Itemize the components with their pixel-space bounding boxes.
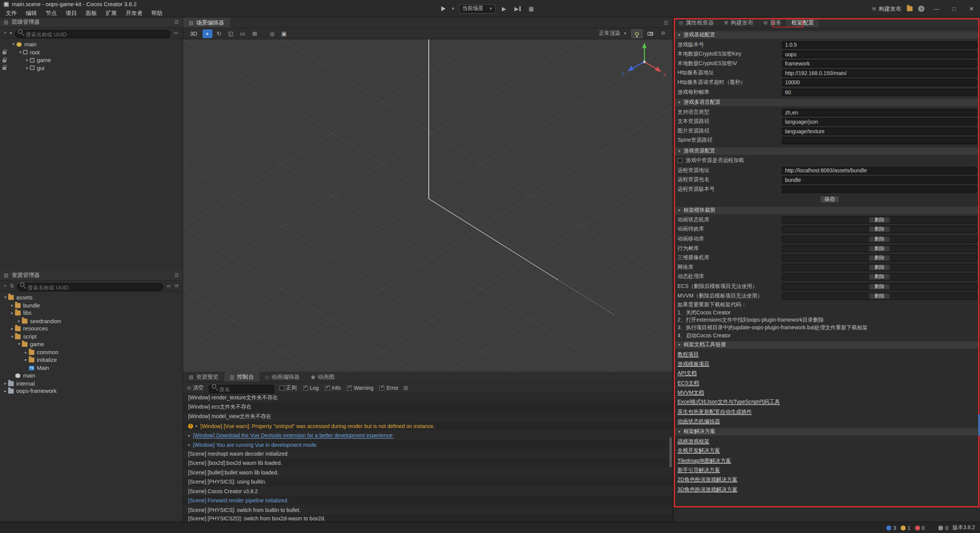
checkbox[interactable] <box>347 385 352 390</box>
world-space-toggle-icon[interactable]: ◎ <box>267 29 277 38</box>
solution-link[interactable]: 全栈开发解决方案 <box>674 446 980 456</box>
tree-expand-arrow-icon[interactable] <box>9 311 15 316</box>
add-asset-icon[interactable]: + <box>4 283 7 289</box>
menu-item[interactable]: 帮助 <box>147 9 167 18</box>
tree-expand-arrow-icon[interactable] <box>23 350 29 355</box>
solution-link[interactable]: 新手引导解决方案 <box>674 466 980 475</box>
console-tab[interactable]: 动画编辑器 <box>260 372 305 382</box>
log-row[interactable]: [Scene] [PHYSICS]: using builtin. <box>183 477 672 486</box>
solution-link[interactable]: 战棋游戏框架 <box>674 437 980 446</box>
hierarchy-tree-row[interactable]: gui <box>0 64 183 72</box>
add-node-caret-icon[interactable]: ▾ <box>10 30 12 35</box>
tree-expand-arrow-icon[interactable] <box>9 326 15 331</box>
console-search-input[interactable] <box>209 385 274 393</box>
assets-tree-row[interactable]: Main <box>0 364 183 372</box>
tree-expand-arrow-icon[interactable] <box>24 58 30 63</box>
tab-scene-editor[interactable]: 场景编辑器 <box>183 18 230 28</box>
hierarchy-tree-row[interactable]: game <box>0 56 183 64</box>
text-field[interactable]: 10000 <box>782 79 977 87</box>
save-button[interactable]: 保存 <box>820 196 840 203</box>
text-field[interactable]: http://192.168.0.150/main/ <box>782 69 977 77</box>
log-row[interactable]: [Scene] Cocos Creator v3.8.2 <box>183 486 672 495</box>
text-field[interactable]: oops <box>782 51 977 58</box>
remote-load-checkbox[interactable] <box>678 159 683 163</box>
console-tab[interactable]: 资源预览 <box>183 372 224 382</box>
assets-tree-row[interactable]: initialize <box>0 356 183 364</box>
menu-item[interactable]: 开发者 <box>121 9 147 18</box>
hamburger-menu-icon[interactable]: ☰ <box>174 273 179 278</box>
expand-arrow-icon[interactable] <box>188 442 190 447</box>
delete-module-button[interactable]: 删除 <box>869 245 890 252</box>
tree-expand-arrow-icon[interactable] <box>24 65 30 70</box>
tree-expand-arrow-icon[interactable] <box>9 334 15 339</box>
doc-link[interactable]: 动画状态机编辑器 <box>674 417 980 426</box>
solution-link[interactable]: 2D角色扮演游戏解决方案 <box>674 475 980 485</box>
menu-item[interactable]: 项目 <box>61 9 81 18</box>
hierarchy-tree-row[interactable]: main <box>0 41 183 48</box>
text-field[interactable] <box>782 137 977 145</box>
log-row[interactable]: [Window] model_view文件夹不存在 <box>183 412 672 422</box>
build-publish-button[interactable]: ⚒ 构建发布 <box>872 5 901 13</box>
tree-expand-arrow-icon[interactable] <box>3 389 8 394</box>
info-count-indicator[interactable]: 3 <box>886 525 896 531</box>
scene-viewport[interactable]: X Z <box>183 39 672 372</box>
assets-tree-row[interactable]: game <box>0 340 183 348</box>
solution-link[interactable]: Tiledmap地图解决方案 <box>674 456 980 466</box>
log-row[interactable]: [Window] [Vue warn]: Property "onInput" … <box>183 422 672 431</box>
move-tool-icon[interactable]: + <box>202 29 212 38</box>
minimize-button[interactable]: — <box>930 6 943 12</box>
delete-module-button[interactable]: 删除 <box>869 226 890 232</box>
error-count-indicator[interactable]: 0 <box>915 525 925 531</box>
text-field[interactable]: 60 <box>782 88 977 96</box>
tree-expand-arrow-icon[interactable] <box>11 42 16 47</box>
tree-expand-arrow-icon[interactable] <box>18 50 23 55</box>
expand-arrow-icon[interactable] <box>188 433 190 438</box>
lock-icon[interactable] <box>2 59 6 62</box>
tree-expand-arrow-icon[interactable] <box>16 342 22 347</box>
assets-tree-row[interactable]: oops-framework <box>0 387 183 395</box>
text-field[interactable]: language/json <box>782 118 977 126</box>
console-filter-checkbox[interactable]: Info <box>325 384 341 392</box>
checkbox[interactable] <box>279 385 284 390</box>
text-field[interactable]: framework <box>782 60 977 68</box>
step-button[interactable]: ▶ <box>513 5 523 13</box>
log-row[interactable]: [Scene] [bullet]:bullet wasm lib loaded. <box>183 468 672 477</box>
text-field[interactable]: bundle <box>782 176 977 184</box>
log-row[interactable]: [Scene] [box2d]:box2d wasm lib loaded. <box>183 459 672 468</box>
console-tab[interactable]: 控制台 <box>224 372 259 382</box>
scene-settings-button[interactable]: ⚙ <box>658 29 669 38</box>
scale-tool-icon[interactable]: ◱ <box>226 29 236 38</box>
menu-item[interactable]: 文件 <box>1 9 21 18</box>
local-space-toggle-icon[interactable]: ▣ <box>279 29 289 38</box>
delete-module-button[interactable]: 删除 <box>869 274 890 280</box>
text-field[interactable] <box>782 186 977 193</box>
section-header-solutions[interactable]: ▾ 框架解决方案 <box>675 428 980 436</box>
render-mode-dropdown[interactable]: 正常渲染 ▾ <box>596 30 629 38</box>
scene-light-button[interactable] <box>631 29 642 38</box>
tree-expand-arrow-icon[interactable] <box>16 319 22 324</box>
hierarchy-tree-row[interactable]: root <box>0 48 183 56</box>
console-scrollbar[interactable] <box>670 437 672 467</box>
log-row[interactable]: [Window] render_texture文件夹不存在 <box>183 394 672 403</box>
doc-link[interactable]: 原生包热更新配置自动生成插件 <box>674 407 980 417</box>
doc-link[interactable]: API文档 <box>674 369 980 378</box>
log-row[interactable]: [Window] Download the Vue Devtools exten… <box>183 431 672 440</box>
delete-module-button[interactable]: 删除 <box>869 293 890 299</box>
doc-link[interactable]: 游戏模板项目 <box>674 359 980 369</box>
delete-module-button[interactable]: 删除 <box>869 265 890 271</box>
assets-tree-row[interactable]: script <box>0 333 183 340</box>
hamburger-menu-icon[interactable]: ☰ <box>174 20 179 25</box>
console-filter-checkbox[interactable]: 正则 <box>279 384 297 392</box>
log-row[interactable]: [Scene] meshopt wasm decoder initialized <box>183 449 672 458</box>
assets-tree-row[interactable]: common <box>0 348 183 356</box>
scene-select-dropdown[interactable]: 当前场景 ▾ <box>459 4 496 13</box>
menu-item[interactable]: 面板 <box>81 9 101 18</box>
hamburger-menu-icon[interactable]: ☰ <box>659 18 673 28</box>
assets-tree-row[interactable]: assets <box>0 294 183 301</box>
clear-console-button[interactable]: ⊘ 清空 <box>187 384 204 392</box>
menu-item[interactable]: 编辑 <box>21 9 41 18</box>
log-row[interactable]: [Scene] [PHYSICS]: switch from builtin t… <box>183 505 672 514</box>
text-field[interactable]: zh,en <box>782 108 977 116</box>
lock-icon[interactable] <box>2 51 6 54</box>
solution-link[interactable]: 3D角色扮演游戏解决方案 <box>674 485 980 494</box>
